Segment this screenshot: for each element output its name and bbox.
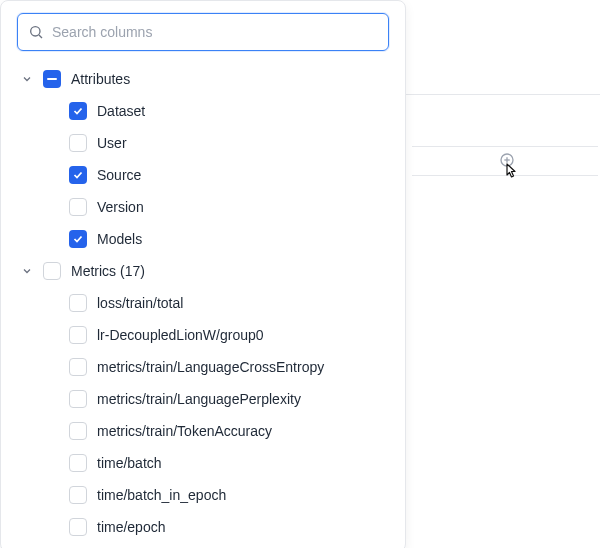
checkbox-indeterminate[interactable] [43, 70, 61, 88]
group-attributes[interactable]: Attributes [1, 63, 405, 95]
item-metric[interactable]: time/epoch [1, 511, 405, 543]
chevron-down-icon [17, 265, 37, 277]
checkbox-empty[interactable] [69, 486, 87, 504]
item-user[interactable]: User [1, 127, 405, 159]
svg-line-4 [39, 35, 42, 38]
item-label: Dataset [97, 103, 145, 119]
chevron-down-icon [17, 73, 37, 85]
search-input[interactable] [52, 24, 378, 40]
checkbox-checked[interactable] [69, 230, 87, 248]
svg-point-3 [31, 27, 40, 36]
item-label: metrics/train/LanguageCrossEntropy [97, 359, 324, 375]
item-label: User [97, 135, 127, 151]
search-field[interactable] [17, 13, 389, 51]
column-picker-panel: Attributes Dataset User Source Version [0, 0, 406, 548]
item-label: metrics/train/TokenAccuracy [97, 423, 272, 439]
checkbox-empty[interactable] [69, 518, 87, 536]
item-label: Source [97, 167, 141, 183]
plus-circle-icon [499, 152, 515, 168]
item-label: Models [97, 231, 142, 247]
column-tree: Attributes Dataset User Source Version [1, 59, 405, 543]
item-label: time/batch [97, 455, 162, 471]
checkbox-empty[interactable] [69, 294, 87, 312]
checkbox-empty[interactable] [69, 326, 87, 344]
checkbox-empty[interactable] [69, 134, 87, 152]
checkbox-empty[interactable] [69, 390, 87, 408]
item-metric[interactable]: metrics/train/TokenAccuracy [1, 415, 405, 447]
item-metric[interactable]: metrics/train/LanguagePerplexity [1, 383, 405, 415]
item-dataset[interactable]: Dataset [1, 95, 405, 127]
item-models[interactable]: Models [1, 223, 405, 255]
item-label: time/batch_in_epoch [97, 487, 226, 503]
checkbox-empty[interactable] [43, 262, 61, 280]
item-metric[interactable]: loss/train/total [1, 287, 405, 319]
checkbox-empty[interactable] [69, 358, 87, 376]
search-icon [28, 24, 44, 40]
checkbox-empty[interactable] [69, 454, 87, 472]
item-label: time/epoch [97, 519, 165, 535]
item-label: metrics/train/LanguagePerplexity [97, 391, 301, 407]
item-label: Version [97, 199, 144, 215]
item-metric[interactable]: metrics/train/LanguageCrossEntropy [1, 351, 405, 383]
item-version[interactable]: Version [1, 191, 405, 223]
item-source[interactable]: Source [1, 159, 405, 191]
checkbox-checked[interactable] [69, 102, 87, 120]
checkbox-checked[interactable] [69, 166, 87, 184]
group-label: Attributes [71, 71, 130, 87]
group-label: Metrics (17) [71, 263, 145, 279]
item-metric[interactable]: lr-DecoupledLionW/group0 [1, 319, 405, 351]
item-metric[interactable]: time/batch [1, 447, 405, 479]
checkbox-empty[interactable] [69, 198, 87, 216]
item-metric[interactable]: time/batch_in_epoch [1, 479, 405, 511]
group-metrics[interactable]: Metrics (17) [1, 255, 405, 287]
item-label: lr-DecoupledLionW/group0 [97, 327, 264, 343]
add-column-button[interactable] [499, 152, 515, 168]
checkbox-empty[interactable] [69, 422, 87, 440]
item-label: loss/train/total [97, 295, 183, 311]
